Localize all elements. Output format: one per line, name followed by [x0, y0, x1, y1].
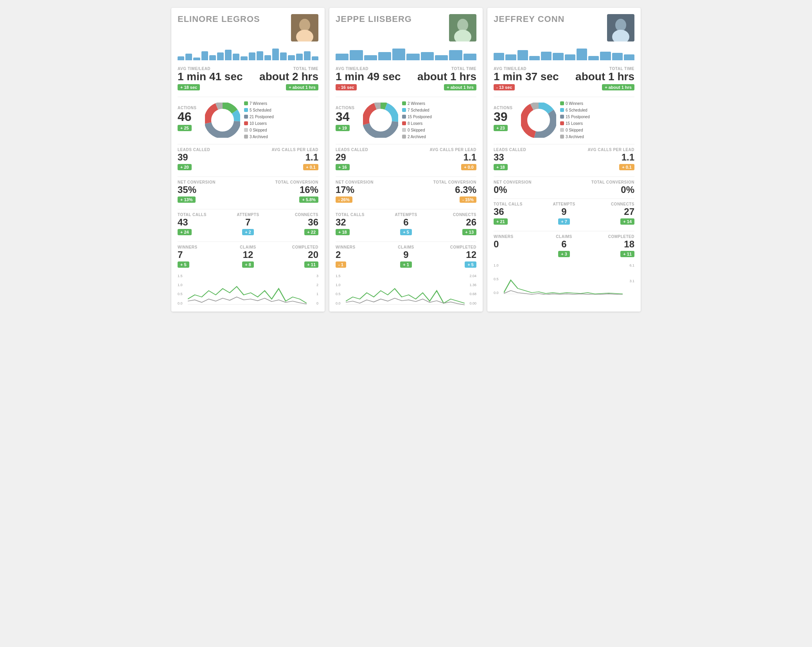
divider	[336, 209, 476, 209]
bar	[264, 55, 271, 60]
total-calls-block: TOTAL CALLS 36 + 21	[494, 202, 541, 228]
attempts-value: 7	[225, 217, 271, 228]
legend-dot	[560, 115, 564, 119]
card-name: ELINORE LEGROS	[178, 14, 260, 24]
badge: + 5.8%	[299, 196, 318, 203]
winners-block: WINNERS 0	[494, 234, 541, 260]
total-calls-label: TOTAL CALLS	[494, 202, 541, 206]
badge: + 13%	[178, 196, 196, 203]
legend-label: 15 Losers	[566, 120, 583, 127]
claims-value: 9	[383, 249, 429, 260]
bar-chart-mini	[336, 45, 476, 60]
bar	[463, 54, 476, 60]
legend-item: 8 Losers	[402, 120, 432, 127]
legend-dot	[402, 115, 406, 119]
bar	[364, 55, 377, 60]
time-section: AVG TIME/LEAD 1 min 49 sec - 16 sec TOTA…	[336, 67, 476, 94]
y-label: 1	[307, 292, 318, 296]
legend-label: 3 Archived	[250, 133, 268, 140]
badge: + 14	[620, 218, 634, 225]
avg-calls-value: 1.1	[406, 152, 476, 163]
completed-block: COMPLETED 20 + 11	[271, 245, 318, 271]
total-conv-block: TOTAL CONVERSION 6.3% - 15%	[406, 180, 476, 206]
y-label: 2	[307, 283, 318, 287]
winners-row: WINNERS 0 CLAIMS 6 + 3 COMPLETED 18 + 11	[494, 234, 634, 260]
legend-label: 0 Skipped	[566, 127, 583, 133]
legend: 0 Winners 6 Scheduled 15 Postponed 15 Lo…	[560, 100, 590, 140]
claims-block: CLAIMS 12 + 8	[225, 245, 271, 271]
chart-y-right: 3210	[307, 274, 318, 305]
winners-label: WINNERS	[494, 234, 541, 239]
connects-label: CONNECTS	[429, 213, 476, 217]
card-header: ELINORE LEGROS	[178, 14, 318, 41]
legend-dot	[402, 128, 406, 132]
legend: 2 Winners 7 Scheduled 15 Postponed 8 Los…	[402, 100, 432, 140]
bar	[241, 56, 247, 60]
badge: - 13 sec	[494, 84, 515, 90]
badge: + about 1 hrs	[602, 84, 634, 90]
legend: 7 Winners 5 Scheduled 21 Postponed 10 Lo…	[244, 100, 274, 140]
completed-label: COMPLETED	[429, 245, 476, 249]
legend-label: 2 Archived	[408, 133, 426, 140]
chart-y-right: 2.041.360.680.00	[465, 274, 476, 305]
completed-value: 12	[429, 249, 476, 260]
badge: + 5	[178, 261, 189, 268]
connects-block: CONNECTS 27 + 14	[587, 202, 634, 228]
bar	[217, 52, 224, 60]
avg-time-value: 1 min 37 sec	[494, 71, 564, 83]
badge: + 25	[178, 125, 192, 131]
attempts-block: ATTEMPTS 9 + 7	[541, 202, 587, 228]
legend-dot	[244, 135, 248, 139]
badge: - 16 sec	[336, 84, 357, 90]
bar	[233, 54, 239, 60]
completed-value: 18	[587, 239, 634, 250]
legend-label: 5 Scheduled	[250, 107, 271, 114]
winners-block: WINNERS 7 + 5	[178, 245, 225, 271]
leads-called-block: LEADS CALLED 33 + 18	[494, 148, 564, 173]
bar	[378, 52, 391, 60]
bar	[209, 55, 216, 60]
y-label: 0.5	[336, 292, 345, 296]
y-label: 0.5	[178, 292, 187, 296]
calls-row: TOTAL CALLS 32 + 18 ATTEMPTS 6 + 5 CONNE…	[336, 213, 476, 238]
avg-calls-label: AVG CALLS PER LEAD	[406, 148, 476, 152]
legend-item: 21 Postponed	[244, 114, 274, 120]
legend-item: 7 Scheduled	[402, 107, 432, 114]
legend-item: 0 Winners	[560, 100, 590, 107]
bar-chart-mini	[178, 45, 318, 60]
completed-block: COMPLETED 12 + 5	[429, 245, 476, 271]
claims-value: 12	[225, 249, 271, 260]
bar	[505, 54, 516, 60]
total-conv-label: TOTAL CONVERSION	[248, 180, 318, 184]
legend-label: 15 Postponed	[566, 114, 590, 120]
winners-block: WINNERS 2 - 1	[336, 245, 383, 271]
connects-value: 36	[271, 217, 318, 228]
legend-item: 6 Scheduled	[560, 107, 590, 114]
divider	[336, 97, 476, 97]
avg-time-block: AVG TIME/LEAD 1 min 49 sec - 16 sec	[336, 67, 406, 94]
legend-dot	[402, 101, 406, 105]
badge: - 26%	[336, 196, 352, 203]
card-jeppe: JEPPE LIISBERG AVG TIME/LEAD 1 min 49 se…	[329, 8, 483, 312]
chart-svg-wrap	[188, 274, 307, 305]
avg-calls-label: AVG CALLS PER LEAD	[564, 148, 634, 152]
calls-row: TOTAL CALLS 43 + 24 ATTEMPTS 7 + 2 CONNE…	[178, 213, 318, 238]
y-label: 0.0	[494, 291, 503, 295]
avg-calls-block: AVG CALLS PER LEAD 1.1 + 0.0	[406, 148, 476, 173]
total-time-value: about 1 hrs	[406, 71, 476, 83]
total-calls-block: TOTAL CALLS 43 + 24	[178, 213, 225, 238]
legend-dot	[402, 108, 406, 112]
legend-dot	[244, 115, 248, 119]
chart-svg-wrap	[346, 274, 465, 305]
legend-item: 5 Scheduled	[244, 107, 274, 114]
legend-label: 7 Scheduled	[408, 107, 429, 114]
total-calls-value: 43	[178, 217, 225, 228]
legend-item: 0 Skipped	[244, 127, 274, 133]
badge: - 15%	[460, 196, 476, 203]
connects-value: 26	[429, 217, 476, 228]
badge: + 22	[304, 229, 318, 235]
svg-point-1	[299, 19, 310, 31]
divider	[494, 144, 634, 144]
leads-calls-row: LEADS CALLED 33 + 18 AVG CALLS PER LEAD …	[494, 148, 634, 173]
bar	[272, 49, 279, 60]
